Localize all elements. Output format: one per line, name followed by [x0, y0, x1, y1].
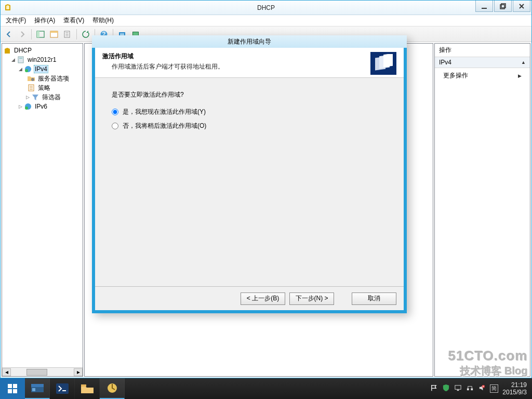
tree-filter[interactable]: ▷ 筛选器 — [3, 92, 82, 102]
actions-band-ipv4[interactable]: IPv4 ▲ — [435, 57, 530, 68]
wizard-titlebar[interactable]: 新建作用域向导 — [92, 35, 407, 48]
tray-shield-icon[interactable] — [442, 384, 450, 393]
menu-help[interactable]: 帮助(H) — [89, 15, 117, 26]
task-dhcp[interactable] — [100, 378, 125, 399]
svg-rect-6 — [50, 31, 58, 33]
tree-ipv6[interactable]: ▷ IPv6 — [3, 102, 82, 111]
tree-policy[interactable]: 策略 — [3, 83, 82, 92]
show-hide-tree-button[interactable] — [34, 28, 47, 41]
ipv6-icon — [24, 102, 32, 111]
tray-network-icon[interactable] — [466, 384, 474, 393]
scroll-right-button[interactable]: ▸ — [74, 368, 83, 376]
back-button[interactable] — [3, 28, 15, 41]
tray-volume-icon[interactable] — [478, 384, 486, 393]
task-explorer[interactable] — [75, 378, 100, 399]
properties-button[interactable] — [48, 28, 60, 41]
tray-ime-icon[interactable]: 简 — [490, 384, 498, 393]
next-button[interactable]: 下一步(N) > — [289, 292, 334, 305]
svg-point-22 — [25, 107, 28, 110]
svg-rect-38 — [467, 388, 469, 390]
svg-rect-34 — [81, 384, 86, 387]
cancel-button[interactable]: 取消 — [352, 292, 396, 305]
dhcp-app-icon — [4, 3, 12, 11]
policy-icon — [27, 84, 35, 92]
actions-more[interactable]: 更多操作 ▶ — [435, 68, 530, 83]
start-button[interactable] — [0, 378, 25, 399]
svg-rect-2 — [501, 4, 506, 8]
svg-point-19 — [31, 78, 34, 81]
radio-activate-later-input[interactable] — [112, 123, 118, 129]
svg-rect-39 — [471, 388, 473, 390]
system-tray: 简 21:19 2015/9/3 — [425, 381, 532, 396]
actions-band-label: IPv4 — [439, 59, 451, 66]
radio-activate-now[interactable]: 是，我想现在激活此作用域(Y) — [112, 108, 387, 116]
wizard-heading: 激活作用域 — [102, 52, 370, 61]
svg-rect-27 — [13, 384, 17, 388]
svg-rect-16 — [19, 58, 22, 59]
export-button[interactable] — [61, 28, 74, 41]
taskbar: 简 21:19 2015/9/3 — [0, 378, 532, 399]
radio-activate-later-label: 否，我将稍后激活此作用域(O) — [123, 122, 206, 130]
svg-rect-28 — [8, 389, 12, 393]
actions-more-label: 更多操作 — [443, 71, 468, 80]
wizard-header: 激活作用域 作用域激活后客户端才可获得地址租用。 — [95, 48, 404, 78]
chevron-up-icon: ▲ — [521, 60, 526, 65]
dhcp-icon — [3, 46, 11, 55]
wizard-body: 是否要立即激活此作用域? 是，我想现在激活此作用域(Y) 否，我将稍后激活此作用… — [95, 78, 404, 286]
radio-activate-now-input[interactable] — [112, 109, 118, 115]
scroll-left-button[interactable]: ◂ — [2, 368, 11, 376]
svg-rect-32 — [32, 388, 35, 391]
svg-rect-25 — [383, 54, 393, 67]
tray-clock[interactable]: 21:19 2015/9/3 — [502, 381, 527, 396]
wizard-subheading: 作用域激活后客户端才可获得地址租用。 — [102, 62, 370, 71]
tray-time: 21:19 — [502, 381, 527, 389]
wizard-question: 是否要立即激活此作用域? — [112, 90, 387, 99]
tree-horizontal-scrollbar[interactable]: ◂ ▸ — [2, 367, 83, 376]
expand-icon[interactable]: ▷ — [17, 104, 24, 109]
actions-panel: 操作 IPv4 ▲ 更多操作 ▶ — [434, 43, 530, 377]
tree-ipv4[interactable]: ◢ IPv4 — [3, 64, 82, 74]
tray-devices-icon[interactable] — [454, 384, 462, 393]
tree-server[interactable]: ◢ win2012r1 — [3, 55, 82, 64]
close-button[interactable] — [513, 1, 530, 12]
minimize-button[interactable] — [475, 1, 493, 12]
svg-rect-33 — [56, 383, 69, 394]
window-title: DHCP — [257, 4, 275, 11]
filter-icon — [31, 93, 39, 101]
task-powershell[interactable] — [50, 378, 75, 399]
tree-server-options[interactable]: 服务器选项 — [3, 74, 82, 83]
radio-activate-later[interactable]: 否，我将稍后激活此作用域(O) — [112, 122, 387, 130]
folder-options-icon — [27, 74, 35, 83]
tray-flag-icon[interactable] — [430, 384, 438, 393]
svg-rect-13 — [133, 32, 138, 35]
titlebar: DHCP — [1, 1, 531, 15]
scroll-track[interactable] — [11, 368, 74, 376]
expand-icon[interactable]: ▷ — [24, 95, 31, 100]
menu-action[interactable]: 操作(A) — [31, 15, 58, 26]
ipv4-icon — [24, 65, 32, 73]
menubar: 文件(F) 操作(A) 查看(V) 帮助(H) — [1, 15, 531, 26]
tree-root-dhcp[interactable]: DHCP — [3, 46, 82, 55]
svg-rect-1 — [500, 5, 504, 9]
task-server-manager[interactable] — [25, 378, 50, 399]
actions-header: 操作 — [435, 44, 530, 57]
svg-rect-29 — [13, 389, 17, 393]
svg-rect-26 — [8, 384, 12, 388]
chevron-right-icon: ▶ — [518, 73, 522, 78]
server-icon — [17, 56, 25, 64]
tree-panel: DHCP ◢ win2012r1 ◢ IPv4 服务器选项 — [2, 43, 83, 377]
scroll-thumb[interactable] — [26, 369, 47, 376]
menu-file[interactable]: 文件(F) — [3, 15, 29, 26]
collapse-icon[interactable]: ◢ — [17, 66, 24, 72]
back-button[interactable]: < 上一步(B) — [241, 292, 285, 305]
svg-point-18 — [25, 69, 28, 72]
collapse-icon[interactable]: ◢ — [9, 57, 17, 62]
menu-view[interactable]: 查看(V) — [60, 15, 87, 26]
svg-rect-36 — [455, 385, 461, 390]
forward-button[interactable] — [16, 28, 29, 41]
restore-button[interactable] — [494, 1, 512, 12]
wizard-header-icon — [370, 52, 396, 75]
wizard-button-row: < 上一步(B) 下一步(N) > 取消 — [95, 286, 404, 310]
svg-rect-15 — [18, 57, 23, 63]
refresh-button[interactable] — [79, 28, 92, 41]
